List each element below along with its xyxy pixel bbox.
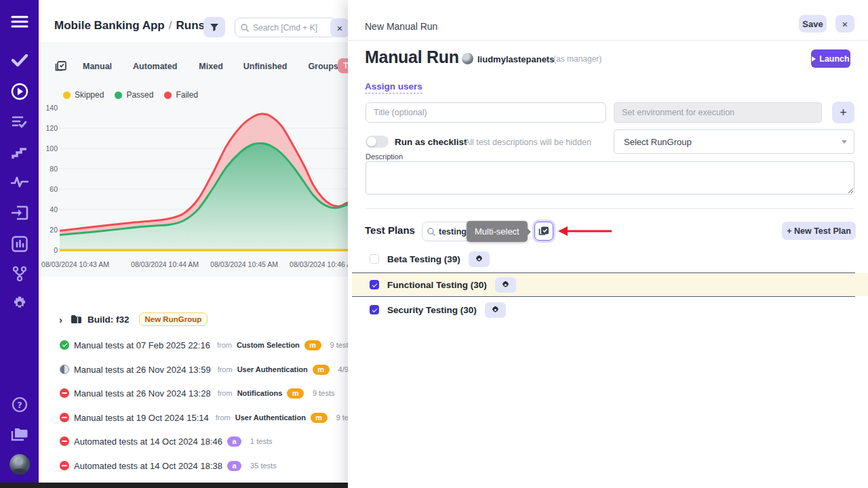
run-row[interactable]: Manual tests at 19 Oct 2024 15:14fromUse…	[60, 410, 392, 425]
plan-settings-button[interactable]	[469, 251, 490, 267]
play-icon[interactable]	[0, 83, 39, 100]
status-failed-icon	[60, 413, 69, 422]
rungroup-label[interactable]: Build: f32	[87, 314, 130, 325]
y-tick: 40	[41, 205, 58, 214]
description-label: Description	[366, 152, 403, 161]
assign-users-link[interactable]: Assign users	[365, 81, 422, 94]
y-tick: 80	[41, 165, 58, 173]
run-title-input[interactable]	[366, 102, 606, 123]
manager-avatar	[462, 53, 473, 64]
test-plan-row[interactable]: Beta Testing (39)	[348, 249, 868, 268]
window-bottom-strip	[0, 483, 348, 488]
run-title: Manual Run	[365, 47, 459, 67]
manual-badge: m	[313, 365, 330, 375]
projects-icon[interactable]	[0, 427, 39, 442]
search-icon	[241, 24, 249, 32]
y-tick: 20	[41, 226, 58, 234]
legend-skipped: Skipped	[63, 90, 104, 100]
save-button[interactable]: Save	[799, 15, 827, 33]
tab-manual[interactable]: Manual	[83, 62, 112, 71]
filter-button[interactable]	[203, 17, 225, 37]
run-row[interactable]: Manual tests at 26 Nov 2024 13:59fromUse…	[60, 362, 366, 377]
status-failed-icon	[60, 461, 69, 470]
y-tick: 100	[41, 144, 58, 152]
run-as-checklist-toggle[interactable]	[366, 136, 389, 148]
folder-icon	[71, 314, 82, 324]
activity-icon[interactable]	[0, 176, 39, 188]
select-all-icon[interactable]	[55, 61, 66, 73]
plan-settings-button[interactable]	[485, 302, 506, 318]
user-avatar[interactable]	[0, 454, 39, 474]
run-row[interactable]: Automated tests at 14 Oct 2024 18:46a1 t…	[60, 434, 273, 449]
annotation-arrow	[557, 226, 613, 237]
manager-username[interactable]: liudmylastepanets	[477, 54, 554, 64]
funnel-icon	[210, 23, 219, 32]
legend-failed: Failed	[164, 90, 198, 100]
panel-header: New Manual Run Save ×	[348, 0, 868, 41]
rungroup-select[interactable]: Select RunGroup	[614, 129, 854, 154]
search-input[interactable]	[253, 23, 324, 33]
manual-badge: m	[304, 340, 321, 350]
rungroup-row[interactable]: › Build: f32 New RunGroup	[59, 312, 208, 326]
plan-checkbox[interactable]	[370, 280, 379, 289]
multi-select-button[interactable]	[534, 222, 553, 241]
launch-button[interactable]: Launch	[811, 49, 850, 68]
play-icon	[812, 56, 816, 62]
manual-badge: m	[311, 413, 328, 423]
chevron-right-icon[interactable]: ›	[59, 314, 62, 325]
tab-mixed[interactable]: Mixed	[199, 62, 222, 71]
app-sidebar: ?	[0, 0, 39, 483]
automated-badge: a	[227, 461, 241, 471]
new-test-plan-button[interactable]: + New Test Plan	[782, 222, 856, 240]
y-tick: 60	[41, 185, 58, 193]
svg-text:?: ?	[17, 400, 22, 410]
multi-select-icon	[538, 226, 549, 237]
checklist-icon[interactable]	[0, 115, 39, 129]
run-row[interactable]: Automated tests at 14 Oct 2024 18:38a35 …	[60, 458, 277, 473]
add-environment-button[interactable]: +	[832, 102, 854, 123]
check-icon[interactable]	[0, 54, 39, 66]
description-textarea[interactable]	[366, 161, 854, 195]
run-row[interactable]: Manual tests at 07 Feb 2025 22:16fromCus…	[60, 338, 352, 352]
new-manual-run-panel: New Manual Run Save × Manual Run liudmyl…	[348, 0, 868, 488]
panel-title: New Manual Run	[365, 21, 437, 32]
status-failed-icon	[60, 388, 69, 398]
breadcrumb-project[interactable]: Mobile Banking App	[54, 19, 165, 32]
branch-icon[interactable]	[0, 266, 39, 282]
chevron-down-icon	[842, 140, 847, 144]
tab-unfinished[interactable]: Unfinished	[243, 62, 288, 71]
test-plan-row[interactable]: Functional Testing (30)	[352, 273, 868, 296]
manager-role: (as manager)	[553, 54, 601, 64]
search-icon	[427, 228, 435, 236]
manual-badge: m	[287, 388, 304, 399]
gear-icon	[491, 306, 500, 314]
menu-icon[interactable]	[0, 15, 39, 28]
run-tabs: ManualAutomatedMixedUnfinishedGroups	[55, 58, 347, 75]
plan-checkbox[interactable]	[370, 305, 379, 314]
chart-legend: SkippedPassedFailed	[63, 90, 198, 100]
plan-settings-button[interactable]	[495, 277, 516, 293]
close-panel-button[interactable]: ×	[835, 15, 854, 33]
runs-area-chart	[60, 108, 348, 253]
analytics-icon[interactable]	[0, 236, 39, 252]
gear-icon	[475, 255, 484, 264]
steps-icon[interactable]	[0, 146, 39, 159]
status-in-progress-icon	[60, 365, 69, 374]
tab-automated[interactable]: Automated	[133, 62, 177, 71]
gear-icon[interactable]	[0, 296, 39, 312]
test-plan-row[interactable]: Security Testing (30)	[348, 299, 868, 321]
import-icon[interactable]	[0, 205, 39, 220]
multi-select-tooltip: Multi-select	[467, 221, 528, 242]
tab-groups[interactable]: Groups	[308, 62, 338, 71]
automated-badge: a	[227, 436, 241, 447]
run-row[interactable]: Manual tests at 26 Nov 2024 13:28fromNot…	[60, 386, 334, 401]
close-search-button[interactable]: ×	[330, 18, 349, 37]
help-icon[interactable]: ?	[0, 396, 39, 413]
status-failed-icon	[60, 436, 69, 446]
y-tick: 140	[41, 104, 58, 112]
plan-checkbox[interactable]	[370, 254, 379, 264]
environment-input[interactable]	[614, 102, 822, 123]
search-box[interactable]	[235, 18, 336, 37]
checklist-label: Run as checklist	[395, 137, 467, 147]
breadcrumb: Mobile Banking App/Runs	[54, 19, 205, 33]
